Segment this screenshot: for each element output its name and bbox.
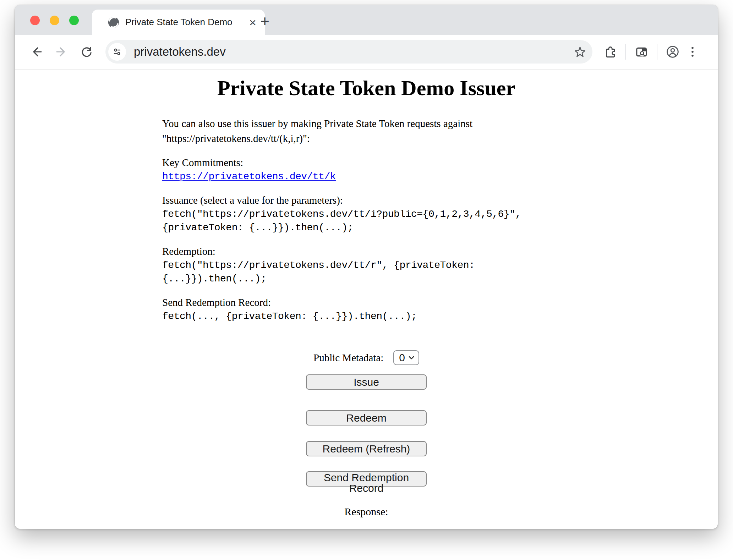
- close-window-button[interactable]: [30, 16, 40, 25]
- section-label: Key Commitments:: [162, 155, 570, 170]
- page-title: Private State Token Demo Issuer: [162, 76, 570, 100]
- desktop-background: Private State Token Demo × +: [0, 0, 733, 560]
- toolbar-separator: [625, 44, 626, 60]
- tab-strip: Private State Token Demo × +: [15, 5, 718, 35]
- url-text[interactable]: privatetokens.dev: [134, 45, 571, 59]
- section-label: Issuance (select a value for the paramet…: [162, 193, 570, 208]
- site-favicon-icon: [108, 16, 120, 28]
- section-send-redemption-record: Send Redemption Record: fetch(..., {priv…: [162, 295, 570, 323]
- redemption-code: fetch("https://privatetokens.dev/tt/r", …: [162, 259, 570, 286]
- response-label: Response:: [162, 506, 570, 518]
- intro-paragraph: You can also use this issuer by making P…: [162, 116, 570, 146]
- browser-window: Private State Token Demo × +: [15, 5, 718, 529]
- section-label: Send Redemption Record:: [162, 295, 570, 310]
- page-content: Private State Token Demo Issuer You can …: [15, 70, 718, 529]
- chevron-down-icon: [408, 355, 415, 360]
- intro-line: You can also use this issuer by making P…: [162, 116, 570, 131]
- side-panel-search-icon[interactable]: [631, 42, 651, 62]
- extensions-puzzle-icon[interactable]: [600, 42, 620, 62]
- toolbar-separator: [657, 44, 657, 60]
- address-bar[interactable]: privatetokens.dev: [105, 40, 592, 64]
- window-controls: [30, 16, 79, 25]
- public-metadata-select[interactable]: 0: [393, 350, 419, 365]
- active-tab[interactable]: Private State Token Demo ×: [92, 10, 265, 35]
- tab-title: Private State Token Demo: [125, 17, 246, 28]
- browser-toolbar: privatetokens.dev: [15, 35, 718, 70]
- issuance-code: fetch("https://privatetokens.dev/tt/i?pu…: [162, 208, 570, 235]
- forward-icon[interactable]: [51, 42, 71, 62]
- fullscreen-window-button[interactable]: [69, 16, 79, 25]
- section-issuance: Issuance (select a value for the paramet…: [162, 193, 570, 235]
- reload-icon[interactable]: [77, 42, 97, 62]
- public-metadata-row: Public Metadata: 0: [162, 350, 570, 365]
- public-metadata-label: Public Metadata:: [313, 352, 383, 364]
- section-key-commitments: Key Commitments: https://privatetokens.d…: [162, 155, 570, 183]
- select-value: 0: [399, 352, 405, 364]
- menu-kebab-icon[interactable]: [683, 42, 702, 62]
- issue-button[interactable]: Issue: [306, 374, 427, 390]
- redeem-refresh-button[interactable]: Redeem (Refresh): [306, 441, 427, 456]
- redeem-button[interactable]: Redeem: [306, 410, 427, 426]
- new-tab-button[interactable]: +: [255, 11, 275, 31]
- section-redemption: Redemption: fetch("https://privatetokens…: [162, 244, 570, 286]
- bookmark-star-icon[interactable]: [571, 43, 589, 61]
- intro-line: "https://privatetokens.dev/tt/(k,i,r)":: [162, 131, 570, 146]
- send-redemption-record-button[interactable]: Send Redemption Record: [306, 471, 427, 487]
- minimize-window-button[interactable]: [50, 16, 59, 25]
- site-settings-icon[interactable]: [108, 43, 126, 61]
- back-icon[interactable]: [27, 42, 47, 62]
- profile-icon[interactable]: [663, 42, 683, 62]
- key-commitments-link[interactable]: https://privatetokens.dev/tt/k: [162, 170, 336, 183]
- send-redemption-record-code: fetch(..., {privateToken: {...}}).then(.…: [162, 310, 570, 323]
- section-label: Redemption:: [162, 244, 570, 259]
